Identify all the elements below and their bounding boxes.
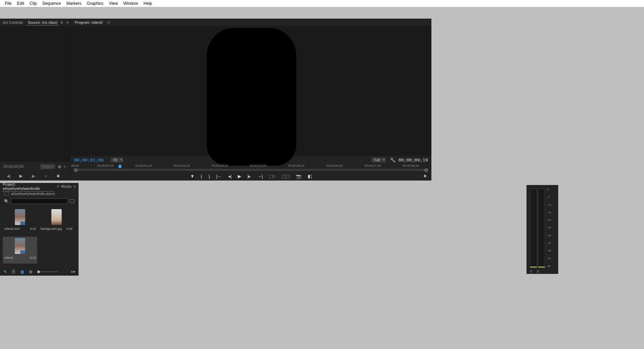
- menu-sequence[interactable]: Sequence: [40, 1, 64, 6]
- upper-panels: ect Controls Source: (no clips) 00;00;00…: [0, 19, 644, 181]
- program-transport-bar: ▼ { } |← ◂| ▶ |▸ →| ⬚↑ ⬚⬚ 📷 ◧ +: [71, 172, 431, 181]
- mark-in-icon[interactable]: {: [201, 174, 202, 179]
- program-resolution-dropdown[interactable]: Full: [371, 157, 386, 163]
- sequence-badge-icon: [20, 250, 25, 254]
- ruler-tick: 00;00;03;29: [212, 164, 228, 167]
- db-label: -6: [547, 195, 557, 198]
- project-panel: Project: whywhywhyiwanttodie Media whywh…: [0, 183, 79, 276]
- menu-window[interactable]: Window: [121, 1, 141, 6]
- av-badge-icon: [20, 222, 25, 225]
- db-label: dB: [547, 265, 557, 268]
- new-bin-icon[interactable]: [70, 199, 74, 203]
- list-view-icon[interactable]: ☰: [12, 269, 16, 274]
- db-label: -42: [547, 242, 557, 245]
- bin-item-selected[interactable]: video0 9;19: [3, 237, 37, 264]
- source-panel: ect Controls Source: (no clips) 00;00;00…: [0, 19, 71, 181]
- program-playhead[interactable]: [119, 165, 121, 168]
- program-time-ruler[interactable]: ;00;00 00;00;00;29 00;00;01;29 00;00;02;…: [71, 164, 431, 172]
- program-zoom-dropdown[interactable]: Fit: [111, 157, 123, 163]
- step-back-icon[interactable]: ◂|: [228, 174, 232, 179]
- project-tabs-overflow-icon[interactable]: [73, 184, 76, 189]
- source-tabs: ect Controls Source: (no clips): [0, 19, 70, 26]
- add-marker-icon[interactable]: ▼: [190, 174, 195, 179]
- db-label: -36: [547, 234, 557, 237]
- ruler-tick: ;00;00: [70, 164, 79, 167]
- menu-markers[interactable]: Markers: [64, 1, 84, 6]
- menu-bar: File Edit Clip Sequence Markers Graphics…: [0, 0, 644, 7]
- project-footer: ✎ ☰ ▦ ⊞ ≡▾: [0, 268, 79, 276]
- bin-thumbnail: [51, 209, 62, 225]
- lower-right-empty: [558, 183, 644, 276]
- source-step-forward-icon[interactable]: |▸: [31, 173, 36, 178]
- project-tabs: Project: whywhywhyiwanttodie Media: [0, 183, 79, 190]
- write-pen-icon[interactable]: ✎: [3, 269, 7, 274]
- source-play-icon[interactable]: ▶: [18, 173, 24, 178]
- export-frame-icon[interactable]: 📷: [296, 174, 301, 179]
- bin-thumbnail: [15, 209, 25, 225]
- program-duration-timecode: 00;00;09;19: [398, 157, 428, 163]
- source-panel-menu-icon[interactable]: [61, 20, 63, 24]
- solo-left-button[interactable]: S: [530, 270, 532, 273]
- go-to-in-icon[interactable]: |←: [216, 174, 222, 179]
- menu-help[interactable]: Help: [141, 1, 155, 6]
- tab-media-browser[interactable]: Media: [61, 184, 71, 188]
- tab-program[interactable]: Program: video0: [73, 20, 104, 25]
- lift-icon[interactable]: ⬚↑: [269, 174, 276, 179]
- sort-icon[interactable]: ≡▾: [71, 269, 75, 274]
- peak-indicator: [530, 267, 537, 267]
- workspace-bar-gap: [0, 7, 644, 19]
- audio-meter-channel-left: [530, 188, 537, 268]
- project-filename: whywhywhyiwanttodie.prproj: [11, 192, 55, 196]
- program-monitor-viewport[interactable]: [71, 26, 431, 156]
- timeline-empty-area: [79, 183, 527, 276]
- drag-video-only-icon[interactable]: ▦: [58, 165, 61, 168]
- source-tabs-overflow-icon[interactable]: [67, 20, 69, 25]
- db-label: -54: [547, 257, 557, 260]
- source-add-button-icon[interactable]: +: [55, 173, 61, 179]
- step-forward-icon[interactable]: |▸: [247, 174, 251, 179]
- source-step-back-icon[interactable]: ◂|: [6, 173, 11, 178]
- source-overflow-icon[interactable]: »: [43, 174, 49, 178]
- project-search-input[interactable]: [11, 198, 68, 204]
- bin-icon: [4, 192, 9, 195]
- go-to-out-icon[interactable]: →|: [257, 174, 263, 179]
- bin-thumbnail: [15, 238, 25, 254]
- program-panel-menu-icon[interactable]: [108, 20, 110, 25]
- db-label: 0: [547, 188, 557, 191]
- project-panel-menu-icon[interactable]: [57, 184, 59, 189]
- bin-item[interactable]: video0.mov 9;19: [3, 208, 37, 235]
- program-scrollbar[interactable]: [74, 169, 428, 171]
- project-bin-area[interactable]: video0.mov 9;19 backgroubn.jpg 4;29 vide…: [0, 205, 79, 268]
- search-icon[interactable]: 🔍: [4, 199, 9, 204]
- mark-out-icon[interactable]: }: [208, 174, 210, 179]
- bin-item-name: video0: [4, 256, 13, 259]
- menu-file[interactable]: File: [2, 1, 14, 6]
- icon-view-icon[interactable]: ▦: [20, 269, 24, 274]
- freeform-view-icon[interactable]: ⊞: [29, 269, 32, 274]
- bin-item[interactable]: backgroubn.jpg 4;29: [39, 208, 74, 235]
- play-icon[interactable]: ▶: [238, 174, 241, 179]
- program-button-editor-icon[interactable]: +: [423, 173, 427, 179]
- program-tabs: Program: video0: [71, 19, 431, 26]
- extract-icon[interactable]: ⬚⬚: [282, 174, 290, 179]
- solo-right-button[interactable]: S: [537, 270, 539, 273]
- menu-view[interactable]: View: [106, 1, 121, 6]
- ruler-tick: 00;00;01;29: [135, 164, 152, 167]
- settings-wrench-icon[interactable]: 🔧: [390, 157, 396, 163]
- panel-divider[interactable]: [0, 181, 644, 183]
- source-timecode[interactable]: 00;00;00;00: [3, 164, 23, 168]
- ruler-tick: 00;00;08;29: [403, 164, 419, 167]
- thumbnail-size-slider[interactable]: [37, 271, 58, 272]
- program-panel: Program: video0 00;00;01;06 Fit Full 🔧 0…: [71, 19, 431, 181]
- bin-item-duration: 9;19: [30, 227, 36, 230]
- tab-source[interactable]: Source: (no clips): [27, 20, 59, 25]
- source-page-indicator: Page 1: [40, 164, 55, 169]
- program-current-timecode[interactable]: 00;00;01;06: [74, 157, 104, 163]
- db-label: -18: [547, 211, 557, 214]
- comparison-view-icon[interactable]: ◧: [308, 174, 312, 179]
- menu-edit[interactable]: Edit: [14, 1, 27, 6]
- drag-audio-only-icon[interactable]: ⊩: [64, 165, 67, 168]
- tab-effect-controls[interactable]: ect Controls: [1, 20, 24, 25]
- menu-graphics[interactable]: Graphics: [84, 1, 106, 6]
- menu-clip[interactable]: Clip: [27, 1, 40, 6]
